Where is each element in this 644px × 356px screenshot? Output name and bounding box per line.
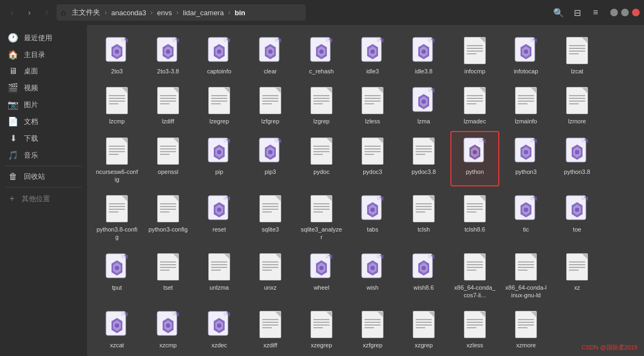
file-item[interactable]: tclsh8.6 xyxy=(450,189,499,245)
file-item[interactable]: unlzma xyxy=(195,247,244,303)
sidebar-item-documents[interactable]: 📄 文档 xyxy=(0,113,87,130)
file-item[interactable]: xzless xyxy=(450,304,499,352)
file-item[interactable]: pip xyxy=(195,131,244,187)
file-item[interactable]: unxz xyxy=(246,247,295,303)
sidebar-item-desktop[interactable]: 🖥 桌面 xyxy=(0,63,87,79)
file-item[interactable]: 2to3 xyxy=(92,30,141,78)
file-item[interactable]: openssl xyxy=(144,131,193,187)
file-item[interactable]: sqlite3_analyzer xyxy=(297,189,346,245)
file-item[interactable]: pydoc xyxy=(297,131,346,187)
file-item[interactable]: python xyxy=(450,131,499,187)
file-name: python3-config xyxy=(148,226,188,233)
sidebar-item-trash[interactable]: 🗑 回收站 xyxy=(0,168,87,185)
top-bar: ‹ › ↑ ⌂ 主文件夹 › anaconda3 › envs › lidar_… xyxy=(0,0,644,25)
file-item[interactable]: wheel xyxy=(297,247,346,303)
sidebar-add-location[interactable]: ＋ 其他位置 xyxy=(0,190,87,208)
file-item[interactable]: infotocap xyxy=(501,30,550,78)
back-button[interactable]: ‹ xyxy=(4,5,20,20)
file-item[interactable]: infocmp xyxy=(450,30,499,78)
file-item[interactable]: wish8.6 xyxy=(399,247,448,303)
file-item[interactable]: sqlite3 xyxy=(246,189,295,245)
file-item[interactable]: python3 xyxy=(501,131,550,187)
file-item[interactable]: x86_64-conda-linux-gnu-ld xyxy=(501,247,550,303)
file-item[interactable]: lzgrep xyxy=(297,80,346,128)
file-item[interactable]: xzgrep xyxy=(399,304,448,352)
file-item[interactable]: python3.8-config xyxy=(92,189,141,245)
sidebar-item-music[interactable]: 🎵 音乐 xyxy=(0,147,87,164)
file-item[interactable]: x86_64-conda_cos7-li... xyxy=(450,247,499,303)
file-name: openssl xyxy=(158,168,178,176)
file-icon-pydoc3-8 xyxy=(409,136,438,166)
file-item[interactable]: tclsh xyxy=(399,189,448,245)
file-name: x86_64-conda_cos7-li... xyxy=(454,284,496,299)
file-item[interactable]: lzmore xyxy=(553,80,602,128)
file-item[interactable]: python3-config xyxy=(144,189,193,245)
file-item[interactable]: reset xyxy=(195,189,244,245)
file-name: unlzma xyxy=(209,284,228,291)
file-item[interactable]: tabs xyxy=(348,189,397,245)
file-item[interactable]: ncursesw6-config xyxy=(92,131,141,187)
view-button[interactable]: ⊟ xyxy=(569,5,585,20)
breadcrumb-home[interactable]: 主文件夹 xyxy=(69,7,103,18)
file-item[interactable]: lzless xyxy=(348,80,397,128)
file-icon-tset xyxy=(153,252,183,282)
file-name: wheel xyxy=(314,284,330,291)
file-item[interactable]: pydoc3 xyxy=(348,131,397,187)
forward-button[interactable]: › xyxy=(22,5,37,20)
svg-point-61 xyxy=(422,99,426,104)
file-item[interactable]: xzfgrep xyxy=(348,304,397,352)
file-item[interactable]: clear xyxy=(246,30,295,78)
file-item[interactable]: tic xyxy=(501,189,550,245)
file-item[interactable]: pip3 xyxy=(246,131,295,187)
file-item[interactable]: lzegrep xyxy=(195,80,244,128)
file-item[interactable]: python3.8 xyxy=(553,131,602,187)
breadcrumb-bar: ⌂ 主文件夹 › anaconda3 › envs › lidar_camera… xyxy=(57,4,306,21)
file-name: xzdec xyxy=(212,341,227,349)
breadcrumb-lidar-camera[interactable]: lidar_camera xyxy=(179,8,227,18)
file-item[interactable]: lzmadec xyxy=(450,80,499,128)
file-item[interactable]: idle3 xyxy=(348,30,397,78)
file-item[interactable]: 2to3-3.8 xyxy=(144,30,193,78)
search-button[interactable]: 🔍 xyxy=(550,5,567,20)
close-button[interactable] xyxy=(632,9,640,16)
breadcrumb-bin[interactable]: bin xyxy=(231,8,249,18)
file-icon-infocmp xyxy=(460,36,490,65)
file-item[interactable]: lzdiff xyxy=(144,80,193,128)
menu-button[interactable]: ≡ xyxy=(587,5,604,20)
sidebar-item-downloads[interactable]: ⬇ 下载 xyxy=(0,130,87,147)
file-item[interactable]: pydoc3.8 xyxy=(399,131,448,187)
sidebar-item-recent[interactable]: 🕐 最近使用 xyxy=(0,29,87,46)
file-item[interactable]: idle3.8 xyxy=(399,30,448,78)
file-item[interactable]: xzcat xyxy=(92,304,141,352)
file-item[interactable]: tset xyxy=(144,247,193,303)
up-button[interactable]: ↑ xyxy=(39,5,54,20)
sidebar-item-pictures[interactable]: 📷 图片 xyxy=(0,96,87,113)
maximize-button[interactable] xyxy=(621,9,629,16)
sidebar-label-other: 其他位置 xyxy=(22,194,50,204)
file-item[interactable]: lzcmp xyxy=(92,80,141,128)
file-item[interactable]: captoinfo xyxy=(195,30,244,78)
file-item[interactable]: xzcmp xyxy=(144,304,193,352)
file-name: tic xyxy=(523,226,529,233)
sidebar-item-home[interactable]: 🏠 主目录 xyxy=(0,46,87,63)
file-item[interactable]: lzcat xyxy=(553,30,602,78)
minimize-button[interactable] xyxy=(610,9,618,16)
file-item[interactable]: lzfgrep xyxy=(246,80,295,128)
file-item[interactable]: toe xyxy=(553,189,602,245)
file-item[interactable]: lzmainfo xyxy=(501,80,550,128)
file-item[interactable]: xzmore xyxy=(501,304,550,352)
breadcrumb-anaconda3[interactable]: anaconda3 xyxy=(108,8,149,18)
breadcrumb-envs[interactable]: envs xyxy=(154,8,175,18)
file-item[interactable]: xz xyxy=(553,247,602,303)
file-name: python3 xyxy=(515,168,536,176)
sidebar-item-video[interactable]: 🎬 视频 xyxy=(0,79,87,96)
file-item[interactable]: c_rehash xyxy=(297,30,346,78)
file-icon-clear xyxy=(256,36,285,65)
file-item[interactable]: wish xyxy=(348,247,397,303)
file-item[interactable]: tput xyxy=(92,247,141,303)
file-item[interactable]: xzegrep xyxy=(297,304,346,352)
file-item[interactable]: lzma xyxy=(399,80,448,128)
file-item[interactable]: xzdiff xyxy=(246,304,295,352)
documents-icon: 📄 xyxy=(8,116,18,127)
file-item[interactable]: xzdec xyxy=(195,304,244,352)
